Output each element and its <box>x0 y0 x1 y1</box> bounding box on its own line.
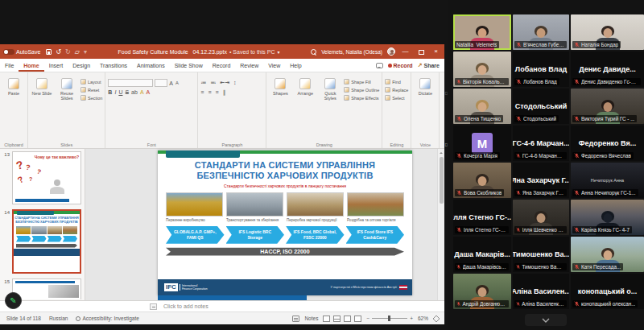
participant-tile[interactable]: ГС-4-6 Марчан...ГС-4-6 Марчанчин А... <box>513 126 569 161</box>
slide-thumbnail-panel[interactable]: 13 Чому це так важливо? ? ? ? ? ? 14 <box>0 149 85 300</box>
redo-icon[interactable]: ↻ <box>65 48 71 56</box>
zoom-slider-thumb[interactable] <box>388 316 390 321</box>
search-icon[interactable] <box>311 49 316 55</box>
participant-tile[interactable]: Федоренко Вя...Федоренко Вячеслав <box>571 126 644 161</box>
participant-tile[interactable]: Катя Пересада... <box>571 237 644 272</box>
participant-tile[interactable]: Денис Давиде...Денис Давиденко Гс-4-5 <box>571 52 644 87</box>
save-icon[interactable] <box>46 49 52 55</box>
notes-splitter-handle[interactable] <box>150 303 157 310</box>
participant-tile[interactable]: Даша Макарів...Даша Макарівська ГС... <box>453 237 511 272</box>
share-button[interactable]: ↗Share <box>418 62 440 68</box>
ribbon-button-find[interactable]: Find <box>385 79 408 85</box>
reading-view-icon[interactable] <box>344 316 351 322</box>
title-dropdown-icon[interactable]: ▾ <box>278 50 280 55</box>
participant-tile[interactable]: В'ячеслав Губеня <box>513 14 569 50</box>
tab-design[interactable]: Design <box>68 59 95 72</box>
ribbon-button-quick-styles[interactable]: Quick Styles <box>319 75 341 101</box>
zoom-percent[interactable]: 62% <box>418 316 428 321</box>
slide-counter[interactable]: Slide 14 of 118 <box>6 316 41 321</box>
slideshow-view-icon[interactable] <box>354 316 361 322</box>
tab-file[interactable]: File <box>0 59 19 72</box>
font-grow-shrink-icons[interactable]: AA <box>169 80 179 86</box>
tab-review[interactable]: Review <box>235 59 263 72</box>
tab-home[interactable]: Home <box>19 59 43 72</box>
ribbon-button-reuse-slides[interactable]: Reuse Slides <box>56 75 78 101</box>
ribbon-button-dictate[interactable]: Dictate <box>414 75 436 96</box>
ribbon-button-shapes[interactable]: Shapes <box>269 75 291 96</box>
close-button[interactable]: × <box>431 44 441 59</box>
comments-icon[interactable] <box>376 63 383 68</box>
more-participants-button[interactable] <box>525 314 567 326</box>
document-title[interactable]: Food Safety Culture Module _04.12.23.ppt… <box>87 49 311 55</box>
slide-sorter-icon[interactable] <box>333 316 341 322</box>
participant-tile[interactable]: Ілля Стегно ГС-...Ілля Стегно ГС-4-4 <box>453 200 511 235</box>
participant-tile[interactable]: Вова Скобликов <box>453 163 511 198</box>
restore-button[interactable] <box>415 44 426 59</box>
slide-15-thumbnail[interactable] <box>12 278 81 299</box>
tab-slide-show[interactable]: Slide Show <box>170 59 208 72</box>
paragraph-controls[interactable]: ≔≕⇤⇥↕≡≡≡∥ <box>200 75 263 96</box>
ribbon-button-shape-outline[interactable]: Shape Outline <box>344 87 379 93</box>
participant-tile[interactable]: Яна Захарчук Г...Яна Захарчук ГС-4-5 <box>513 163 569 198</box>
participant-tile[interactable]: Олена Тищенко <box>453 89 511 124</box>
tab-view[interactable]: View <box>263 59 285 72</box>
participant-tile[interactable]: Аліна Василен...Аліна Василенко ГС-4... <box>513 274 569 309</box>
language-indicator[interactable]: Russian <box>49 316 68 321</box>
notes-toggle-label[interactable]: Notes <box>304 316 318 321</box>
ribbon-button-replace[interactable]: Replace <box>385 87 408 93</box>
participant-tile[interactable]: Nataliia_Velemets <box>453 14 511 50</box>
slideshow-icon[interactable]: ▱ <box>75 48 80 56</box>
slide-13-thumbnail[interactable]: Чому це так важливо? ? ? ? ? ? <box>12 151 81 204</box>
participant-tile[interactable]: Тимошенко Ва...Тимошенко Валерія Г... <box>513 237 569 272</box>
qat-customize-icon[interactable]: ▾ <box>84 48 87 56</box>
tab-record[interactable]: Record <box>208 59 236 72</box>
account-name[interactable]: Velemets, Natalia (Odesa) <box>321 49 382 55</box>
normal-view-icon[interactable] <box>323 316 330 322</box>
participant-tile[interactable]: СтодольськийСтодольський <box>513 89 569 124</box>
zoom-in-icon[interactable]: + <box>410 316 413 321</box>
undo-icon[interactable]: ↺ <box>56 48 61 56</box>
participant-tile[interactable]: Виктория Турий ГС - ... <box>571 89 644 124</box>
participant-tile[interactable]: Нечипорук АннаАнна Нечипорук ГС-1... <box>571 163 644 198</box>
font-size-select[interactable] <box>155 79 167 87</box>
participant-tile[interactable]: Каріна Князь ГС- 4-7 <box>571 200 644 235</box>
tab-transitions[interactable]: Transitions <box>95 59 132 72</box>
slide-editor[interactable]: СТАНДАРТИ НА СИСТЕМИ УПРАВЛІННЯБЕЗПЕЧНІС… <box>85 149 444 300</box>
ribbon-button-shape-fill[interactable]: Shape Fill <box>344 79 379 85</box>
accessibility-status[interactable]: Accessibility: Investigate <box>76 316 138 321</box>
ribbon-button-new-slide[interactable]: New Slide <box>31 75 53 96</box>
minimize-button[interactable]: — <box>400 44 411 59</box>
ribbon-button-reset[interactable]: Reset <box>80 87 102 93</box>
ribbon-button-shape-effects[interactable]: Shape Effects <box>344 95 379 101</box>
ribbon-button-select[interactable]: Select <box>385 95 408 101</box>
notes-placeholder[interactable]: Click to add notes <box>163 303 208 309</box>
zoom-out-icon[interactable]: − <box>366 316 369 321</box>
tab-insert[interactable]: Insert <box>44 59 68 72</box>
zoom-slider[interactable] <box>372 318 407 319</box>
record-button[interactable]: Record <box>388 63 413 68</box>
ribbon-button-layout[interactable]: Layout <box>80 79 102 85</box>
scroll-up-icon[interactable] <box>440 151 443 154</box>
font-name-select[interactable] <box>108 79 153 87</box>
participant-tile[interactable]: Вікторія Ковальчук Г... <box>453 52 511 87</box>
annotation-pencil-button[interactable]: ✎ <box>5 292 22 309</box>
ribbon-button-paste[interactable]: Paste <box>2 75 25 96</box>
ribbon-button-arrange[interactable]: Arrange <box>294 75 316 96</box>
participant-tile[interactable]: Андрій Довганюк ГС-4-6 <box>453 274 511 309</box>
participant-tile[interactable]: MКочерга Марія <box>453 126 511 161</box>
tab-animations[interactable]: Animations <box>132 59 170 72</box>
scrollbar-thumb[interactable] <box>440 157 444 204</box>
participant-tile[interactable]: Наталія Бондар <box>571 14 644 50</box>
fit-slide-icon[interactable] <box>432 315 440 322</box>
slide-14-thumbnail-selected[interactable]: СТАНДАРТИ НА СИСТЕМИ УПРАВЛІННЯБЕЗПЕЧНІС… <box>12 209 81 274</box>
vertical-scrollbar[interactable] <box>437 149 444 300</box>
tab-help[interactable]: Help <box>285 59 306 72</box>
autosave-switch[interactable] <box>3 49 14 55</box>
participant-tile[interactable]: Ілля Шевченко ГС-4-... <box>513 200 569 235</box>
participant-tile[interactable]: конопацький о...конопацький олексан... <box>571 274 644 309</box>
autosave-toggle[interactable]: AutoSave <box>3 49 40 55</box>
slide-canvas[interactable]: СТАНДАРТИ НА СИСТЕМИ УПРАВЛІННЯБЕЗПЕЧНІС… <box>158 151 412 295</box>
notes-pane[interactable]: Click to add notes <box>0 300 444 311</box>
account-avatar[interactable] <box>387 47 395 56</box>
participant-tile[interactable]: Лобанов ВладЛобанов Влад <box>513 52 569 87</box>
